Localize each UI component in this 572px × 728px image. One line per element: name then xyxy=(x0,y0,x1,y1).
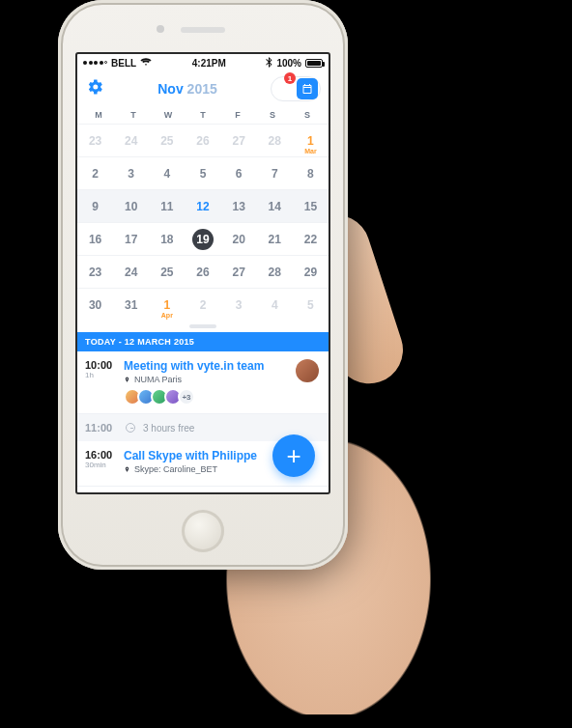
title-month: Nov xyxy=(157,81,183,97)
calendar-icon xyxy=(301,83,313,95)
day-number: 12 xyxy=(196,200,209,213)
calendar-day[interactable]: 1Mar xyxy=(293,124,329,156)
calendar-day[interactable]: 15 xyxy=(293,189,329,222)
attendee-more[interactable]: +3 xyxy=(178,388,195,406)
calendar-day[interactable]: 25 xyxy=(149,124,185,156)
calendar-day[interactable]: 27 xyxy=(221,255,257,288)
day-number: 28 xyxy=(269,134,281,148)
day-number: 19 xyxy=(192,229,214,250)
calendar-day[interactable]: 26 xyxy=(185,255,220,288)
phone-speaker xyxy=(181,27,225,33)
calendar-day[interactable]: 29 xyxy=(293,255,329,288)
calendar-day[interactable]: 31 xyxy=(113,288,149,321)
carrier-label: BELL xyxy=(111,58,136,69)
day-number: 27 xyxy=(232,266,244,279)
phone-camera xyxy=(157,25,164,33)
calendar-day[interactable]: 2 xyxy=(77,156,113,189)
page-title: Nov 2015 xyxy=(157,81,217,97)
event-location: NUMA Paris xyxy=(124,375,321,384)
weekday-label: T xyxy=(186,106,220,124)
event-duration: 1h xyxy=(85,371,118,379)
calendar-day[interactable]: 3 xyxy=(113,156,149,189)
day-number: 27 xyxy=(232,134,244,148)
calendar-day[interactable]: 24 xyxy=(113,255,149,288)
event-time: 16:00 xyxy=(85,449,118,461)
month-start-label: Mar xyxy=(304,148,316,154)
calendar-day[interactable]: 28 xyxy=(257,255,293,288)
calendar-day[interactable]: 21 xyxy=(257,222,293,255)
day-number: 18 xyxy=(160,233,173,246)
free-label: 3 hours free xyxy=(143,423,194,434)
calendar-day[interactable]: 13 xyxy=(221,189,257,222)
calendar-day[interactable]: 30 xyxy=(77,288,113,321)
host-avatar[interactable] xyxy=(296,359,319,382)
day-number: 25 xyxy=(160,134,173,148)
phone-frame: BELL 4:21PM 100% Nov 2015 xyxy=(58,0,348,570)
location-pin-icon xyxy=(124,465,130,474)
calendar-day[interactable]: 5 xyxy=(185,156,220,189)
weekday-header: MTWTFSS xyxy=(77,106,329,124)
calendar-day[interactable]: 5 xyxy=(293,288,329,321)
weekday-label: F xyxy=(220,106,255,124)
plus-icon: + xyxy=(286,441,300,471)
day-number: 8 xyxy=(307,167,314,181)
day-number: 5 xyxy=(307,298,314,312)
notification-badge[interactable]: 1 xyxy=(284,72,296,84)
calendar-day[interactable]: 14 xyxy=(257,189,293,222)
calendar-grid: 2324252627281Mar234567891011121314151617… xyxy=(77,124,329,321)
calendar-day[interactable]: 26 xyxy=(185,124,220,156)
app-header: Nov 2015 1 xyxy=(77,71,329,106)
event-item[interactable]: 10:00 1h Meeting with vyte.in team NUMA … xyxy=(77,351,329,414)
day-number: 21 xyxy=(269,233,281,246)
calendar-day[interactable]: 10 xyxy=(113,189,149,222)
calendar-day[interactable]: 24 xyxy=(113,124,149,156)
day-number: 10 xyxy=(125,200,137,213)
day-number: 20 xyxy=(232,233,244,246)
weekday-label: S xyxy=(255,106,290,124)
calendar-day[interactable]: 4 xyxy=(149,156,185,189)
calendar-day[interactable]: 25 xyxy=(149,255,185,288)
drag-handle[interactable] xyxy=(77,321,329,332)
calendar-day[interactable]: 11 xyxy=(149,189,185,222)
calendar-day[interactable]: 8 xyxy=(293,156,329,189)
add-event-fab[interactable]: + xyxy=(272,434,315,477)
calendar-day[interactable]: 2 xyxy=(185,288,220,321)
home-button[interactable] xyxy=(182,510,224,552)
calendar-day[interactable]: 6 xyxy=(221,156,257,189)
calendar-day[interactable]: 1Apr xyxy=(149,288,185,321)
calendar-day[interactable]: 23 xyxy=(77,255,113,288)
calendar-day[interactable]: 28 xyxy=(257,124,293,156)
calendar-day[interactable]: 20 xyxy=(221,222,257,255)
day-number: 13 xyxy=(232,200,244,213)
calendar-day[interactable]: 3 xyxy=(221,288,257,321)
calendar-day[interactable]: 23 xyxy=(77,124,113,156)
day-number: 11 xyxy=(160,200,173,213)
calendar-day[interactable]: 7 xyxy=(257,156,293,189)
view-toggle[interactable] xyxy=(271,76,321,101)
calendar-day[interactable]: 12 xyxy=(185,189,220,222)
status-time: 4:21PM xyxy=(192,58,226,69)
settings-button[interactable] xyxy=(85,77,104,100)
calendar-view-button[interactable] xyxy=(297,78,318,99)
calendar-day[interactable]: 4 xyxy=(257,288,293,321)
battery-percent: 100% xyxy=(276,58,301,69)
day-number: 6 xyxy=(236,167,243,181)
agenda-section-header: TODAY - 12 MARCH 2015 xyxy=(77,332,329,351)
day-number: 5 xyxy=(200,167,207,181)
calendar-day[interactable]: 19 xyxy=(185,222,220,255)
day-number: 9 xyxy=(92,200,99,213)
calendar-day[interactable]: 16 xyxy=(77,222,113,255)
day-number: 26 xyxy=(196,266,209,279)
day-number: 24 xyxy=(125,266,137,279)
day-number: 2 xyxy=(92,167,99,181)
day-number: 28 xyxy=(269,266,281,279)
calendar-day[interactable]: 22 xyxy=(293,222,329,255)
header-right: 1 xyxy=(271,76,321,101)
day-number: 14 xyxy=(269,200,281,213)
calendar-day[interactable]: 9 xyxy=(77,189,113,222)
bluetooth-icon xyxy=(266,57,272,70)
calendar-day[interactable]: 27 xyxy=(221,124,257,156)
calendar-day[interactable]: 18 xyxy=(149,222,185,255)
calendar-day[interactable]: 17 xyxy=(113,222,149,255)
day-number: 3 xyxy=(236,298,243,312)
